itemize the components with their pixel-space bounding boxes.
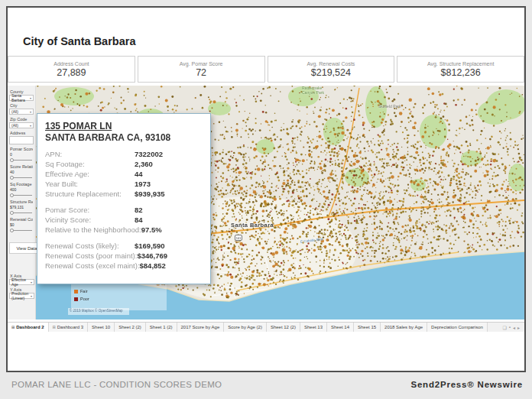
kpi-value: $219,524 (311, 67, 351, 78)
kpi-label: Address Count (54, 60, 89, 67)
tab-depreciation-comparison[interactable]: Depreciation Comparison (427, 323, 488, 332)
tooltip-row: APN:7322002 (45, 149, 203, 159)
slider-value: 0 (10, 152, 33, 157)
address-input[interactable] (9, 136, 34, 144)
sheet-tab-bar: ⊞Dashboard 2⊞Dashboard 3Sheet 10Sheet 2 … (8, 322, 524, 332)
kpi-row: Address Count27,889Avg. Pomar Score72Avg… (8, 56, 524, 83)
slider-knob[interactable] (10, 158, 14, 162)
tooltip-city: SANTA BARBARA CA, 93108 (45, 132, 203, 144)
range-slider[interactable] (10, 228, 33, 232)
tooltip-field-value: 84 (135, 215, 143, 225)
tab-sheet-10[interactable]: Sheet 10 (88, 323, 115, 332)
tab-sheet-12-2-[interactable]: Sheet 12 (2) (267, 323, 300, 332)
legend-item[interactable]: Fair (74, 287, 164, 295)
tooltip-group: Renewal Costs (likely):$169,590Renewal C… (45, 241, 203, 271)
filter-dropdown[interactable]: (All)▾ (9, 122, 34, 128)
show-filmstrip-icon[interactable]: ❏ (502, 325, 506, 330)
slider-track (11, 230, 32, 231)
tooltip-field-label: Sq Footage: (45, 159, 135, 169)
screenshot-frame: City of Santa Barbara Address Count27,88… (6, 6, 526, 372)
map-attribution: © 2019 Mapbox © OpenStreetMap (68, 308, 129, 315)
tooltip-field-value: $169,590 (135, 241, 165, 251)
slider-value: $79,131 (10, 205, 33, 209)
tab-label: Score by Age (2) (228, 325, 262, 329)
filter-sidebar: CountySanta Barbara▾City(All)▾Zip Code(A… (8, 86, 36, 320)
slider-value: 40 (10, 170, 33, 174)
slider-label: Structure Replacement (10, 200, 33, 204)
slider-value: $0 (10, 222, 33, 227)
tab-sheet-15[interactable]: Sheet 15 (354, 323, 381, 332)
tab-dashboard-2[interactable]: ⊞Dashboard 2 (8, 323, 49, 332)
slider-knob[interactable] (10, 211, 14, 215)
tab-label: Sheet 2 (2) (118, 325, 141, 329)
tooltip-row: Structure Replacement:$939,935 (45, 189, 203, 199)
tab-sheet-1-2-[interactable]: Sheet 1 (2) (146, 323, 177, 332)
range-slider[interactable] (10, 193, 33, 197)
tooltip-row: Renewal Costs (poor maint):$346,769 (45, 251, 203, 261)
slider-knob[interactable] (10, 193, 14, 197)
slider-label: Sq Footage (10, 182, 33, 187)
tooltip-field-label: Pomar Score: (45, 205, 135, 215)
tab-2018-sales-by-age[interactable]: 2018 Sales by Age (381, 323, 427, 332)
kpi-card: Avg. Structure Replacement$812,236 (397, 56, 524, 83)
kpi-value: 27,889 (57, 67, 86, 78)
slider-knob[interactable] (10, 229, 14, 232)
tooltip-field-value: $346,769 (137, 251, 167, 261)
slider-track (11, 160, 32, 161)
tooltip-field-label: Renewal Costs (poor maint): (45, 251, 137, 261)
slider-track (11, 195, 32, 196)
tab-bar-icons: ❏▪◂▸ (498, 323, 524, 332)
caption-left-text: POMAR LANE LLC - CONDITION SCORES DEMO (11, 380, 222, 389)
tab-sheet-14[interactable]: Sheet 14 (327, 323, 354, 332)
axis-dropdown[interactable]: Prediction (Linear)▾ (9, 293, 34, 299)
tooltip-field-label: Relative to the Neighborhood: (45, 225, 141, 235)
tooltip-field-value: 82 (135, 205, 143, 215)
next-sheet-icon[interactable]: ▸ (517, 325, 520, 330)
slider-label: Score Relative to Ne (10, 164, 33, 169)
slider-label: Renewal Costs (likely) (10, 217, 33, 222)
kpi-value: $812,236 (441, 67, 481, 78)
filter-dropdown[interactable]: (All)▾ (9, 109, 34, 115)
tooltip-field-value: 7322002 (135, 149, 163, 159)
tooltip-row: Sq Footage:2,360 (45, 159, 203, 169)
range-slider[interactable] (10, 210, 33, 215)
tooltip-address[interactable]: 135 POMAR LN (45, 121, 203, 132)
tab-score-by-age-2-[interactable]: Score by Age (2) (224, 323, 267, 332)
chevron-down-icon: ▾ (30, 124, 31, 128)
tooltip-field-value: 97.5% (141, 225, 162, 235)
range-slider[interactable] (10, 157, 33, 162)
axis-dropdown[interactable]: Effective Age▾ (9, 279, 34, 285)
tooltip-row: Relative to the Neighborhood:97.5% (45, 225, 203, 235)
tab-label: Dashboard 3 (57, 325, 83, 329)
chevron-down-icon: ▾ (31, 281, 32, 284)
highway-101-shield: 101 (235, 235, 242, 241)
tab-label: Sheet 15 (358, 325, 376, 329)
tab-label: Sheet 13 (304, 325, 323, 329)
kpi-label: Avg. Renewal Costs (307, 60, 355, 67)
slider-track (11, 177, 32, 178)
tab-sheet-2-2-[interactable]: Sheet 2 (2) (115, 323, 146, 332)
tooltip-field-label: Structure Replacement: (45, 189, 135, 199)
filter-dropdown[interactable]: Santa Barbara▾ (9, 95, 34, 101)
previous-sheet-icon[interactable]: ◂ (513, 325, 515, 330)
tab-label: Sheet 1 (2) (150, 325, 173, 329)
property-tooltip: 135 POMAR LN SANTA BARBARA CA, 93108 APN… (37, 113, 211, 284)
range-slider[interactable] (10, 175, 33, 180)
park-label: Rattlesnake Canyon Park (302, 86, 332, 95)
tab-sheet-13[interactable]: Sheet 13 (300, 323, 327, 332)
tooltip-row: Effective Age:44 (45, 169, 203, 179)
tooltip-field-value: 44 (135, 169, 143, 179)
legend-item[interactable]: Poor (74, 295, 164, 303)
tooltip-field-value: 1973 (135, 179, 151, 189)
legend-item-label: Poor (80, 297, 89, 301)
filter-label: Address (10, 131, 33, 135)
show-sheet-sorter-icon[interactable]: ▪ (509, 325, 511, 329)
filter-value: (All) (11, 123, 18, 128)
tab-dashboard-3[interactable]: ⊞Dashboard 3 (49, 323, 89, 332)
slider-knob[interactable] (10, 176, 14, 180)
kpi-label: Avg. Pomar Score (180, 60, 223, 67)
tooltip-row: Pomar Score:82 (45, 205, 203, 215)
chevron-down-icon: ▾ (30, 110, 31, 114)
tooltip-row: Year Built:1973 (45, 179, 203, 189)
tab-2017-score-by-age[interactable]: 2017 Score by Age (177, 323, 225, 332)
